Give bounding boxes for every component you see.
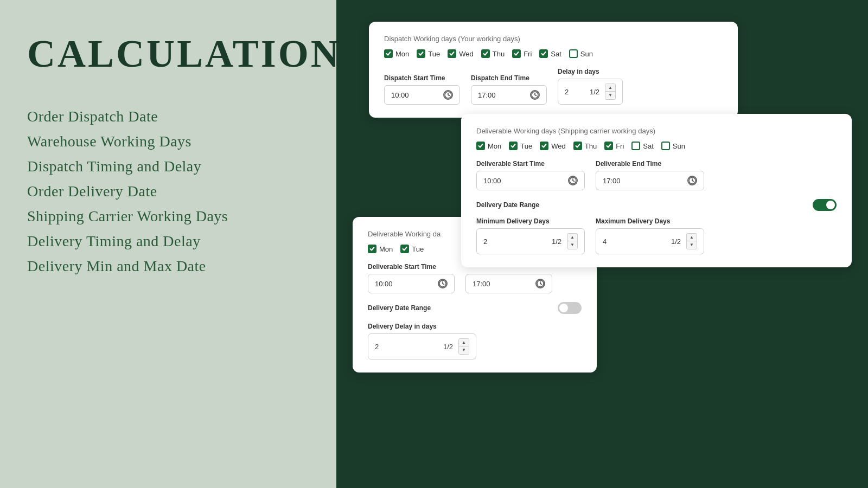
dispatch-delay-fraction: 1/2 ▲ ▼ xyxy=(590,84,616,100)
menu-item-5[interactable]: Shipping Carrier Working Days xyxy=(27,208,309,225)
deliverable-time-row: Deliverable Start Time 10:00 Deliverable… xyxy=(476,160,837,190)
dispatch-delay-field: Delay in days 2 1/2 ▲ ▼ xyxy=(558,68,623,105)
dispatch-delay-stepper[interactable]: ▲ ▼ xyxy=(605,84,616,100)
dispatch-card-title: Dispatch Working days (Your working days… xyxy=(384,35,723,43)
max-delivery-stepper[interactable]: ▲ ▼ xyxy=(686,233,697,249)
max-delivery-up[interactable]: ▲ xyxy=(687,234,697,241)
deliverable-start-input[interactable]: 10:00 xyxy=(476,171,585,190)
card-bottom-tue[interactable]: Tue xyxy=(400,245,424,253)
svg-line-5 xyxy=(535,95,537,96)
dispatch-start-field: Dispatch Start Time 10:00 xyxy=(384,74,460,105)
dispatch-end-label: Dispatch End Time xyxy=(471,74,547,82)
deliverable-day-wed[interactable]: Wed xyxy=(540,142,566,150)
deliverable-day-fri[interactable]: Fri xyxy=(604,142,624,150)
deliverable-tue-checkbox[interactable] xyxy=(509,142,518,150)
delivery-days-row: Minimum Delivery Days 2 1/2 ▲ ▼ Maximum … xyxy=(476,217,837,254)
card-bottom-delay-down[interactable]: ▼ xyxy=(459,346,469,354)
dispatch-day-tue[interactable]: Tue xyxy=(417,49,440,58)
dispatch-thu-checkbox[interactable] xyxy=(481,49,490,58)
deliverable-sun-checkbox[interactable] xyxy=(661,142,670,150)
deliverable-sat-checkbox[interactable] xyxy=(631,142,640,150)
deliverable-days-row: Mon Tue Wed Thu xyxy=(476,142,837,150)
menu-item-6[interactable]: Delivery Timing and Delay xyxy=(27,233,309,250)
deliverable-day-sun[interactable]: Sun xyxy=(661,142,685,150)
menu-item-4[interactable]: Order Delivery Date xyxy=(27,183,309,200)
deliverable-day-sat[interactable]: Sat xyxy=(631,142,654,150)
left-panel: Calculations Order Dispatch Date Warehou… xyxy=(0,0,336,488)
max-delivery-down[interactable]: ▼ xyxy=(687,241,697,249)
min-delivery-down[interactable]: ▼ xyxy=(567,241,577,249)
dispatch-delay-down[interactable]: ▼ xyxy=(605,92,615,99)
menu-item-3[interactable]: Dispatch Timing and Delay xyxy=(27,158,309,175)
min-delivery-stepper[interactable]: ▲ ▼ xyxy=(567,233,578,249)
dispatch-day-fri[interactable]: Fri xyxy=(512,49,532,58)
date-range-label: Delivery Date Range xyxy=(476,201,539,209)
card-bottom-delay-input[interactable]: 2 1/2 ▲ ▼ xyxy=(368,333,476,359)
dispatch-day-wed[interactable]: Wed xyxy=(448,49,474,58)
card-bottom-times: 10:00 17:00 xyxy=(368,274,582,293)
deliverable-thu-checkbox[interactable] xyxy=(573,142,582,150)
dispatch-end-input[interactable]: 17:00 xyxy=(471,85,547,105)
deliverable-fri-checkbox[interactable] xyxy=(604,142,613,150)
clock-icon-start xyxy=(443,90,453,100)
card-bottom-delay-up[interactable]: ▲ xyxy=(459,339,469,346)
max-delivery-input[interactable]: 4 1/2 ▲ ▼ xyxy=(596,228,704,254)
card-bottom-date-range-row: Delivery Date Range xyxy=(368,302,582,314)
dispatch-day-sun[interactable]: Sun xyxy=(569,49,593,58)
dispatch-start-input[interactable]: 10:00 xyxy=(384,85,460,105)
dispatch-day-mon[interactable]: Mon xyxy=(384,49,409,58)
date-range-toggle[interactable] xyxy=(813,199,837,211)
card-bottom-end-input[interactable]: 17:00 xyxy=(465,274,552,293)
dispatch-delay-input[interactable]: 2 1/2 ▲ ▼ xyxy=(558,79,623,105)
card-bottom-date-range-label: Delivery Date Range xyxy=(368,304,431,312)
menu-item-7[interactable]: Delivery Min and Max Date xyxy=(27,258,309,275)
clock-icon-del-start xyxy=(568,176,578,185)
dispatch-sun-checkbox[interactable] xyxy=(569,49,578,58)
min-delivery-input[interactable]: 2 1/2 ▲ ▼ xyxy=(476,228,585,254)
card-bottom-delay-fraction: 1/2 ▲ ▼ xyxy=(443,338,469,355)
menu-item-2[interactable]: Warehouse Working Days xyxy=(27,133,309,150)
deliverable-wed-checkbox[interactable] xyxy=(540,142,548,150)
card-dispatch: Dispatch Working days (Your working days… xyxy=(369,22,738,118)
deliverable-day-mon[interactable]: Mon xyxy=(476,142,501,150)
svg-line-17 xyxy=(540,284,542,285)
dispatch-wed-checkbox[interactable] xyxy=(448,49,456,58)
min-delivery-field: Minimum Delivery Days 2 1/2 ▲ ▼ xyxy=(476,217,585,254)
dispatch-tue-checkbox[interactable] xyxy=(417,49,425,58)
page-title: Calculations xyxy=(27,33,309,75)
dispatch-mon-checkbox[interactable] xyxy=(384,49,393,58)
deliverable-start-label: Deliverable Start Time xyxy=(476,160,585,168)
deliverable-end-input[interactable]: 17:00 xyxy=(596,171,704,190)
right-panel: Dispatch Working days (Your working days… xyxy=(336,0,868,488)
dispatch-delay-up[interactable]: ▲ xyxy=(605,84,615,92)
deliverable-day-tue[interactable]: Tue xyxy=(509,142,532,150)
card-bottom-start-input[interactable]: 10:00 xyxy=(368,274,455,293)
menu-list: Order Dispatch Date Warehouse Working Da… xyxy=(27,108,309,275)
clock-icon-bottom-start xyxy=(438,279,448,288)
svg-line-11 xyxy=(692,181,694,182)
deliverable-day-thu[interactable]: Thu xyxy=(573,142,597,150)
dispatch-end-field: Dispatch End Time 17:00 xyxy=(471,74,547,105)
card-bottom-date-range-toggle[interactable] xyxy=(558,302,582,314)
dispatch-sat-checkbox[interactable] xyxy=(539,49,548,58)
deliverable-mon-checkbox[interactable] xyxy=(476,142,485,150)
min-delivery-up[interactable]: ▲ xyxy=(567,234,577,241)
card-bottom-mon-checkbox[interactable] xyxy=(368,245,376,253)
card-deliverable: Deliverable Working days (Shipping carri… xyxy=(461,114,852,267)
card-bottom-tue-checkbox[interactable] xyxy=(400,245,409,253)
deliverable-end-field: Deliverable End Time 17:00 xyxy=(596,160,704,190)
dispatch-day-sat[interactable]: Sat xyxy=(539,49,561,58)
max-delivery-fraction: 1/2 ▲ ▼ xyxy=(671,233,697,249)
dispatch-day-thu[interactable]: Thu xyxy=(481,49,505,58)
deliverable-card-title: Deliverable Working days (Shipping carri… xyxy=(476,127,837,135)
menu-item-1[interactable]: Order Dispatch Date xyxy=(27,108,309,125)
dispatch-fri-checkbox[interactable] xyxy=(512,49,521,58)
clock-icon-bottom-end xyxy=(535,279,545,288)
card-bottom-delay-section: Delivery Delay in days 2 1/2 ▲ ▼ xyxy=(368,323,582,359)
clock-icon-del-end xyxy=(687,176,697,185)
card-bottom-delay-label: Delivery Delay in days xyxy=(368,323,582,330)
card-bottom-start-field: Deliverable Start Time 10:00 17:00 xyxy=(368,263,582,293)
card-bottom-mon[interactable]: Mon xyxy=(368,245,393,253)
deliverable-end-label: Deliverable End Time xyxy=(596,160,704,168)
card-bottom-delay-stepper[interactable]: ▲ ▼ xyxy=(458,338,469,355)
